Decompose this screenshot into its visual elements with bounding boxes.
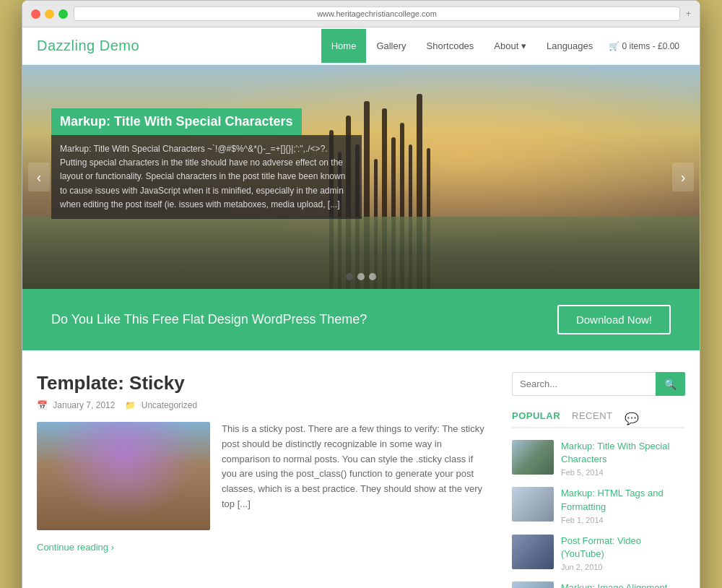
slider-dot-3[interactable] — [369, 273, 376, 280]
sidebar-thumb-1 — [512, 440, 554, 475]
search-input[interactable] — [512, 372, 656, 396]
sidebar-post-1-info: Markup: Title With Special Characters Fe… — [561, 440, 685, 477]
slider-title-bg: Markup: Title With Special Characters — [51, 108, 302, 135]
slider-title: Markup: Title With Special Characters — [60, 114, 293, 129]
close-button[interactable] — [31, 9, 40, 19]
sidebar-tabs: POPULAR RECENT 💬 — [512, 410, 685, 428]
sidebar-post-2: Markup: HTML Tags and Formatting Feb 1, … — [512, 487, 685, 524]
blog-section: Template: Sticky 📅 January 7, 2012 📁 Unc… — [37, 372, 490, 588]
sidebar-post-4: Markup: Image Alignment Jan 10, 2013 — [512, 581, 685, 588]
sidebar: 🔍 POPULAR RECENT 💬 Markup: Title With Sp… — [512, 372, 685, 588]
sidebar-post-3-title[interactable]: Post Format: Video (YouTube) — [561, 535, 685, 561]
post-body: This is a sticky post. There are a few t… — [37, 422, 490, 536]
tab-recent[interactable]: RECENT — [572, 410, 612, 427]
browser-expand-button[interactable]: + — [686, 9, 691, 19]
search-box: 🔍 — [512, 372, 685, 396]
slider-dots — [346, 273, 376, 280]
address-bar[interactable]: www.heritagechristiancollege.com — [74, 7, 680, 21]
browser-window: www.heritagechristiancollege.com + Dazzl… — [22, 0, 700, 588]
site-header: Dazzling Demo Home Gallery Shortcodes Ab… — [22, 27, 700, 65]
post-category: 📁 Uncategorized — [125, 400, 197, 410]
nav-item-home[interactable]: Home — [321, 29, 367, 63]
sidebar-post-1: Markup: Title With Special Characters Fe… — [512, 440, 685, 477]
cta-bar: Do You Like This Free Flat Design WordPr… — [22, 289, 700, 350]
sidebar-post-1-title[interactable]: Markup: Title With Special Characters — [561, 440, 685, 466]
post-date: 📅 January 7, 2012 — [37, 400, 115, 410]
slider-next-button[interactable]: › — [672, 163, 694, 191]
sidebar-thumb-2 — [512, 487, 554, 522]
sidebar-post-3: Post Format: Video (YouTube) Jun 2, 2010 — [512, 535, 685, 571]
sidebar-post-2-date: Feb 1, 2014 — [561, 516, 685, 524]
comment-icon: 💬 — [625, 412, 639, 425]
slider-text: Markup: Title With Special Characters ~`… — [60, 142, 353, 212]
post-meta: 📅 January 7, 2012 📁 Uncategorized — [37, 400, 490, 410]
slider-dot-1[interactable] — [346, 273, 353, 280]
sidebar-thumb-4 — [512, 581, 554, 588]
continue-reading-link[interactable]: Continue reading › — [37, 542, 490, 553]
sidebar-post-3-info: Post Format: Video (YouTube) Jun 2, 2010 — [561, 535, 685, 571]
download-now-button[interactable]: Download Now! — [557, 305, 671, 334]
site-logo: Dazzling Demo — [37, 38, 139, 54]
nav-item-languages[interactable]: Languages — [536, 29, 603, 63]
nav-item-about[interactable]: About ▾ — [484, 29, 536, 63]
sidebar-post-2-title[interactable]: Markup: HTML Tags and Formatting — [561, 487, 685, 513]
maximize-button[interactable] — [58, 9, 68, 19]
sidebar-post-2-info: Markup: HTML Tags and Formatting Feb 1, … — [561, 487, 685, 524]
main-content: Template: Sticky 📅 January 7, 2012 📁 Unc… — [22, 350, 700, 588]
minimize-button[interactable] — [45, 9, 54, 19]
slider-text-bg: Markup: Title With Special Characters ~`… — [51, 135, 362, 219]
sidebar-post-4-title[interactable]: Markup: Image Alignment — [561, 581, 685, 588]
slider-prev-button[interactable]: ‹ — [28, 163, 50, 191]
nav-cart[interactable]: 🛒 0 items - £0.00 — [603, 30, 685, 63]
folder-icon: 📁 — [125, 400, 136, 410]
sidebar-post-1-date: Feb 5, 2014 — [561, 468, 685, 477]
post-title: Template: Sticky — [37, 372, 490, 394]
sidebar-thumb-3 — [512, 535, 554, 569]
nav-item-gallery[interactable]: Gallery — [366, 29, 416, 63]
search-button[interactable]: 🔍 — [656, 372, 685, 396]
sidebar-post-3-date: Jun 2, 2010 — [561, 563, 685, 571]
slider-dot-2[interactable] — [357, 273, 365, 280]
post-image-inner — [37, 422, 210, 530]
post-excerpt: This is a sticky post. There are a few t… — [222, 422, 490, 512]
post-image — [37, 422, 210, 530]
tab-popular[interactable]: POPULAR — [512, 410, 560, 427]
slider-caption: Markup: Title With Special Characters Ma… — [51, 108, 362, 219]
site-nav: Home Gallery Shortcodes About ▾ Language… — [321, 29, 685, 63]
nav-item-shortcodes[interactable]: Shortcodes — [417, 29, 484, 63]
cta-text: Do You Like This Free Flat Design WordPr… — [51, 312, 367, 327]
browser-chrome: www.heritagechristiancollege.com + — [22, 1, 700, 27]
calendar-icon: 📅 — [37, 400, 48, 410]
hero-slider: Markup: Title With Special Characters Ma… — [22, 65, 700, 289]
traffic-lights — [31, 9, 68, 19]
sidebar-post-4-info: Markup: Image Alignment Jan 10, 2013 — [561, 581, 685, 588]
